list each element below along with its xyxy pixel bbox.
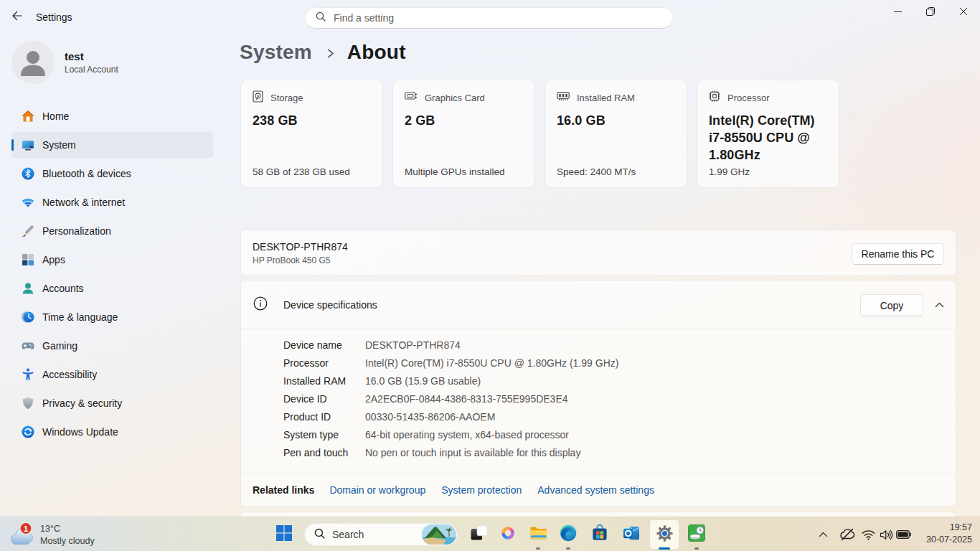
outlook-taskbar-button[interactable]	[617, 520, 646, 549]
taskbar-search[interactable]: Search	[304, 523, 458, 546]
settings-search-input[interactable]: Find a setting	[305, 7, 673, 29]
sidebar-item-label: Apps	[42, 254, 65, 265]
weather-condition: Mostly cloudy	[40, 536, 95, 546]
account-card[interactable]: test Local Account	[11, 41, 118, 84]
app-title: Settings	[36, 11, 72, 23]
card-graphics-card: Graphics Card2 GBMultiple GPUs installed	[392, 80, 535, 188]
storage-icon	[253, 90, 263, 105]
sidebar-item-label: System	[42, 139, 76, 151]
spec-value: 16.0 GB (15.9 GB usable)	[365, 375, 481, 387]
microsoft-store-taskbar-button[interactable]	[585, 520, 614, 549]
weather-widget[interactable]: 1 13°C Mostly cloudy	[9, 517, 95, 551]
volume-tray-icon[interactable]	[880, 529, 893, 540]
info-icon	[253, 296, 268, 314]
divider	[241, 329, 956, 329]
spec-value: 00330-51435-86206-AAOEM	[365, 411, 495, 423]
gaming-icon	[21, 339, 35, 353]
running-indicator	[659, 547, 670, 550]
card-storage: Storage238 GB58 GB of 238 GB used	[240, 80, 383, 188]
chevron-right-icon	[326, 49, 335, 58]
back-button[interactable]	[9, 9, 26, 26]
copilot-taskbar-button[interactable]	[494, 520, 522, 549]
sidebar: test Local Account HomeSystemBluetooth &…	[0, 34, 240, 517]
sidebar-item-apps[interactable]: Apps	[11, 247, 213, 273]
sidebar-item-label: Accessibility	[42, 369, 97, 380]
task-view-taskbar-button[interactable]	[465, 520, 494, 549]
card-installed-ram: Installed RAM16.0 GBSpeed: 2400 MT/s	[545, 80, 687, 188]
card-footer: Speed: 2400 MT/s	[557, 166, 636, 177]
sidebar-item-accounts[interactable]: Accounts	[11, 276, 213, 301]
processor-icon	[709, 90, 720, 105]
tray-date: 30-07-2025	[926, 534, 972, 545]
taskbar-clock[interactable]: 19:57 30-07-2025	[926, 522, 972, 545]
start-button[interactable]	[270, 520, 298, 549]
spec-label: Device ID	[283, 393, 365, 405]
breadcrumb-parent[interactable]: System	[240, 41, 312, 64]
close-button[interactable]	[947, 0, 980, 24]
time-language-icon	[21, 310, 35, 324]
battery-tray-icon[interactable]	[896, 530, 911, 539]
minimize-button[interactable]	[881, 0, 914, 24]
maximize-restore-button[interactable]	[914, 0, 947, 24]
personalization-icon	[21, 224, 35, 238]
bluetooth-icon	[21, 166, 35, 181]
spec-value: 64-bit operating system, x64-based proce…	[365, 429, 569, 441]
sidebar-item-windows-update[interactable]: Windows Update	[11, 419, 213, 445]
apps-icon	[21, 253, 35, 267]
overview-cards: Storage238 GB58 GB of 238 GB usedGraphic…	[240, 80, 839, 188]
back-arrow-icon	[11, 10, 23, 24]
chevron-up-icon[interactable]	[933, 299, 945, 311]
minimize-icon	[894, 6, 902, 19]
sidebar-item-gaming[interactable]: Gaming	[11, 333, 213, 359]
sidebar-item-label: Windows Update	[42, 426, 118, 438]
system-icon	[21, 138, 35, 152]
card-label: Storage	[270, 93, 303, 103]
edge-taskbar-button[interactable]	[554, 520, 583, 549]
spec-value: DESKTOP-PTHR874	[365, 339, 461, 351]
disk-utility-taskbar-button[interactable]	[682, 520, 711, 549]
sidebar-item-bluetooth-devices[interactable]: Bluetooth & devices	[11, 161, 213, 187]
content: System About Storage238 GB58 GB of 238 G…	[240, 34, 980, 517]
accessibility-icon	[21, 367, 35, 382]
account-name: test	[65, 50, 118, 62]
spec-value: 2A2ECB0F-0844-4386-8313-755E995DE3E4	[365, 393, 568, 405]
rename-pc-button[interactable]: Rename this PC	[852, 243, 944, 265]
weather-temperature: 13°C	[40, 524, 95, 534]
sidebar-item-network-internet[interactable]: Network & internet	[11, 189, 213, 215]
copy-button[interactable]: Copy	[860, 294, 923, 316]
edge-icon	[559, 524, 578, 545]
related-link-domain-or-workgroup[interactable]: Domain or workgroup	[329, 484, 425, 496]
sidebar-item-home[interactable]: Home	[11, 103, 213, 129]
cloud-weather-icon: 1	[9, 540, 37, 551]
card-label: Installed RAM	[577, 93, 635, 103]
breadcrumb: System About	[240, 41, 406, 64]
settings-taskbar-button[interactable]	[650, 520, 679, 549]
onedrive-offline-tray-icon[interactable]	[839, 528, 855, 541]
card-footer: 58 GB of 238 GB used	[253, 166, 350, 177]
spec-row-installed-ram: Installed RAM16.0 GB (15.9 GB usable)	[241, 372, 956, 390]
sidebar-item-system[interactable]: System	[11, 132, 213, 158]
wifi-tray-icon[interactable]	[862, 529, 875, 540]
sidebar-item-time-language[interactable]: Time & language	[11, 304, 213, 330]
settings-window: Settings Find a setting test Local	[0, 0, 980, 551]
related-link-system-protection[interactable]: System protection	[441, 484, 522, 496]
device-specifications-header[interactable]: Device specifications Copy	[241, 281, 956, 329]
card-label: Processor	[727, 93, 770, 103]
sidebar-item-privacy-security[interactable]: Privacy & security	[11, 390, 213, 416]
card-value: 16.0 GB	[557, 112, 675, 129]
sidebar-item-label: Gaming	[42, 340, 77, 352]
spec-row-processor: ProcessorIntel(R) Core(TM) i7-8550U CPU …	[241, 354, 956, 372]
sidebar-item-accessibility[interactable]: Accessibility	[11, 362, 213, 387]
hidden-icons-tray-icon[interactable]	[819, 530, 828, 540]
card-value: Intel(R) Core(TM) i7-8550U CPU @ 1.80GHz	[709, 112, 827, 164]
related-link-advanced-system-settings[interactable]: Advanced system settings	[537, 484, 654, 496]
sidebar-item-personalization[interactable]: Personalization	[11, 218, 213, 244]
home-icon	[21, 109, 35, 123]
avatar	[11, 41, 55, 84]
running-indicator	[536, 547, 540, 550]
account-type: Local Account	[65, 65, 118, 75]
file-explorer-taskbar-button[interactable]	[524, 520, 552, 549]
running-indicator	[566, 547, 570, 550]
spec-row-product-id: Product ID00330-51435-86206-AAOEM	[241, 408, 956, 425]
outlook-icon	[622, 524, 641, 545]
